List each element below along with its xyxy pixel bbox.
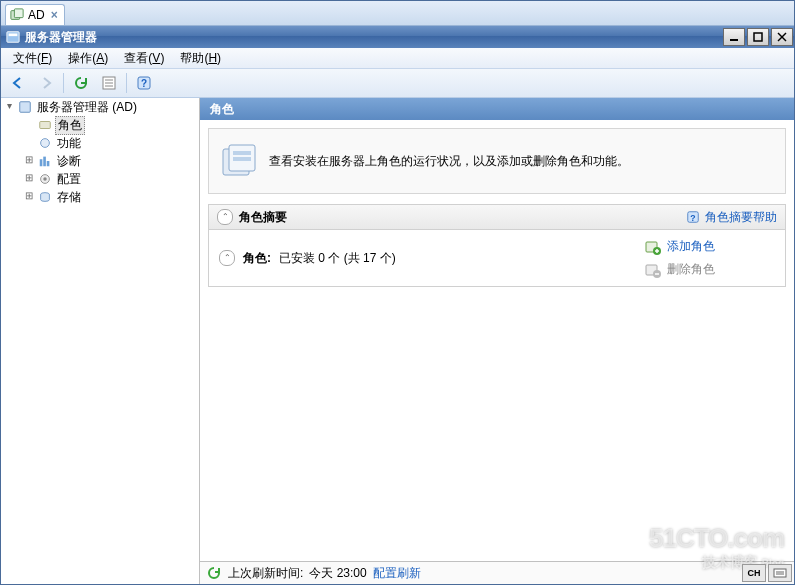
add-role-icon [645,239,661,255]
properties-button[interactable] [96,71,122,95]
tab-close-icon[interactable]: × [49,8,60,22]
help-icon: ? [685,209,701,225]
svg-rect-17 [40,159,43,166]
svg-rect-5 [754,33,762,41]
roles-icon [37,117,53,133]
svg-rect-14 [20,102,31,113]
toolbar: ? [1,69,794,98]
remove-role-icon [645,262,661,278]
content-title: 角色 [210,101,234,118]
intro-panel: 查看安装在服务器上角色的运行状况，以及添加或删除角色和功能。 [208,128,786,194]
ime-keyboard-icon[interactable] [768,564,792,582]
expand-placeholder [23,119,35,131]
add-role-label: 添加角色 [667,238,715,255]
svg-rect-19 [47,161,50,166]
expand-placeholder [23,137,35,149]
collapse-toggle-inner[interactable]: ⌃ [219,250,235,266]
help-button[interactable]: ? [131,71,157,95]
svg-point-16 [41,139,50,148]
intro-text: 查看安装在服务器上角色的运行状况，以及添加或删除角色和功能。 [269,153,629,170]
server-manager-icon [10,8,24,22]
add-role-link[interactable]: 添加角色 [645,238,715,255]
svg-point-21 [43,177,47,181]
tree-diagnostics-label: 诊断 [55,153,83,170]
window-title: 服务器管理器 [25,29,97,46]
tree-item-configuration[interactable]: ⊞ 配置 [21,170,199,188]
refresh-status-icon [206,565,222,581]
status-time: 今天 23:00 [309,565,366,582]
expand-icon[interactable]: ⊞ [23,191,35,203]
nav-forward-button[interactable] [33,71,59,95]
menu-help[interactable]: 帮助(H) [172,50,229,67]
tree-item-diagnostics[interactable]: ⊞ 诊断 [21,152,199,170]
svg-rect-25 [233,151,251,155]
collapse-icon[interactable]: ▾ [3,101,15,113]
storage-icon [37,189,53,205]
nav-back-button[interactable] [5,71,31,95]
tab-strip: AD × [1,1,794,26]
toolbar-separator [63,73,64,93]
ime-bar[interactable]: CH [742,564,792,582]
menu-action[interactable]: 操作(A) [60,50,116,67]
server-manager-icon [17,99,33,115]
panel-help-link[interactable]: 角色摘要帮助 [705,209,777,226]
tab-label: AD [28,8,45,22]
roles-summary-panel: ⌃ 角色摘要 ? 角色摘要帮助 ⌃ 角色: [208,204,786,287]
tree-root[interactable]: ▾ 服务器管理器 (AD) [1,98,199,116]
title-bar: 服务器管理器 [1,26,794,48]
tree-item-features[interactable]: 功能 [21,134,199,152]
svg-text:?: ? [690,213,695,223]
svg-rect-33 [774,569,786,577]
svg-rect-18 [43,157,46,167]
svg-rect-1 [14,9,23,18]
svg-rect-2 [7,32,19,43]
toolbar-separator [126,73,127,93]
collapse-toggle[interactable]: ⌃ [217,209,233,225]
minimize-button[interactable] [723,28,745,46]
roles-count-value: 已安装 0 个 (共 17 个) [279,250,396,267]
maximize-button[interactable] [747,28,769,46]
status-prefix: 上次刷新时间: [228,565,303,582]
tab-ad[interactable]: AD × [5,4,65,25]
tree-features-label: 功能 [55,135,83,152]
panel-title: 角色摘要 [239,209,287,226]
expand-icon[interactable]: ⊞ [23,155,35,167]
tree-roles-label: 角色 [55,116,85,135]
roles-large-icon [219,141,259,181]
svg-rect-3 [9,34,18,37]
roles-count-label: 角色: [243,250,271,267]
remove-role-link[interactable]: 删除角色 [645,261,715,278]
app-icon [5,29,21,45]
refresh-button[interactable] [68,71,94,95]
tree-item-storage[interactable]: ⊞ 存储 [21,188,199,206]
tree-storage-label: 存储 [55,189,83,206]
tree-root-label: 服务器管理器 (AD) [35,99,139,116]
features-icon [37,135,53,151]
tree-configuration-label: 配置 [55,171,83,188]
menu-bar: 文件(F) 操作(A) 查看(V) 帮助(H) [1,48,794,69]
remove-role-label: 删除角色 [667,261,715,278]
content-header: 角色 [200,98,794,120]
svg-rect-15 [40,122,51,129]
svg-rect-26 [233,157,251,161]
status-bar: 上次刷新时间: 今天 23:00 配置刷新 [200,561,794,584]
menu-file[interactable]: 文件(F) [5,50,60,67]
configure-refresh-link[interactable]: 配置刷新 [373,565,421,582]
close-button[interactable] [771,28,793,46]
navigation-tree[interactable]: ▾ 服务器管理器 (AD) 角色 [1,98,200,584]
diagnostics-icon [37,153,53,169]
expand-icon[interactable]: ⊞ [23,173,35,185]
configuration-icon [37,171,53,187]
svg-text:?: ? [141,78,147,89]
tree-item-roles[interactable]: 角色 [21,116,199,134]
menu-view[interactable]: 查看(V) [116,50,172,67]
ime-lang[interactable]: CH [742,564,766,582]
